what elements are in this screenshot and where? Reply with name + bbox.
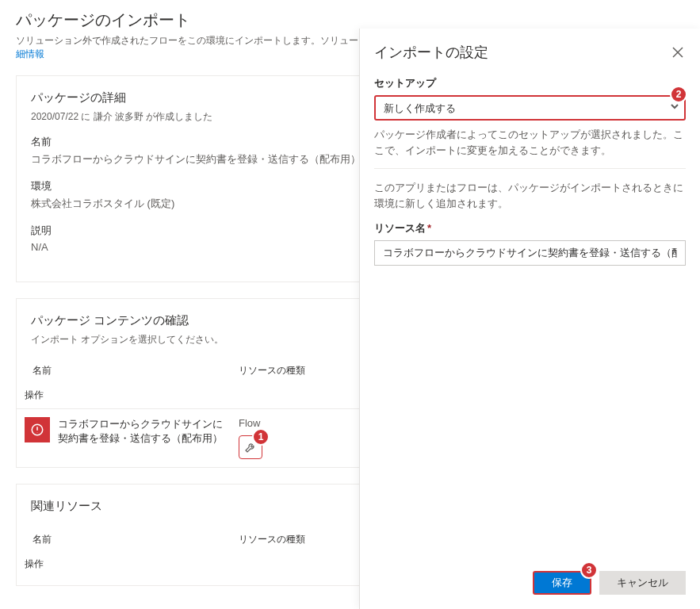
annotation-badge-2: 2 — [670, 86, 687, 103]
close-icon — [672, 47, 683, 58]
error-icon — [25, 417, 50, 442]
annotation-badge-1: 1 — [252, 428, 270, 446]
cancel-button[interactable]: キャンセル — [599, 571, 686, 595]
row-type: Flow — [239, 417, 260, 429]
setup-hint: パッケージ作成者によってこのセットアップが選択されました。ここで、インポートに変… — [374, 127, 686, 159]
resource-name-input[interactable] — [374, 240, 686, 266]
col-name-header: 名前 — [25, 364, 239, 377]
related-col-name: 名前 — [25, 533, 239, 546]
panel-title: インポートの設定 — [374, 43, 488, 62]
import-settings-panel: インポートの設定 セットアップ 新しく作成する 2 パッケージ作成者によってこの… — [359, 29, 700, 609]
row-name: コラボフローからクラウドサインに契約書を登録・送信する（配布用） — [58, 417, 239, 446]
divider — [374, 168, 686, 169]
annotation-badge-3: 3 — [580, 561, 598, 579]
configure-button[interactable]: 1 — [239, 435, 262, 459]
save-button[interactable]: 保存 3 — [533, 571, 591, 595]
resource-name-label: リソース名* — [374, 221, 686, 236]
setup-label: セットアップ — [374, 76, 686, 90]
scope-hint: このアプリまたはフローは、パッケージがインポートされるときに環境に新しく追加され… — [374, 180, 686, 212]
page-title: パッケージのインポート — [16, 10, 700, 31]
close-button[interactable] — [670, 44, 686, 60]
setup-select[interactable]: 新しく作成する — [374, 95, 686, 121]
